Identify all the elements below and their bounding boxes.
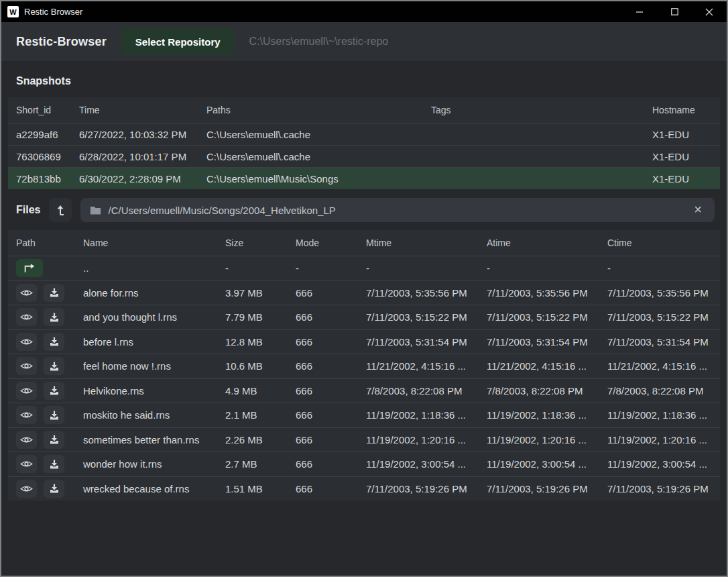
preview-file-button[interactable] [16, 455, 37, 473]
file-mode: 666 [296, 458, 366, 470]
eye-icon [20, 337, 33, 347]
snapshot-paths: C:\Users\emuell\.cache [206, 151, 431, 162]
file-atime: - [487, 262, 607, 274]
file-atime: 7/11/2003, 5:15:22 PM [487, 311, 607, 323]
file-row: sometimes better than.rns2.26 MB66611/19… [8, 427, 720, 452]
row-actions [16, 455, 83, 473]
up-level-icon [23, 263, 36, 273]
preview-file-button[interactable] [16, 406, 37, 424]
file-row: alone for.rns3.97 MB6667/11/2003, 5:35:5… [8, 280, 720, 305]
snapshots-table-header: Short_idTimePathsTagsHostname [8, 97, 720, 123]
parent-dir-row: ..----- [8, 256, 720, 280]
column-header-mode: Mode [296, 238, 366, 248]
preview-file-button[interactable] [16, 284, 37, 302]
file-name: feel home now !.rns [83, 360, 225, 372]
snapshot-paths: C:\Users\emuell\.cache [206, 129, 431, 140]
snapshot-time: 6/30/2022, 2:28:09 PM [79, 173, 206, 185]
restore-file-button[interactable] [44, 431, 64, 449]
file-mode: 666 [296, 385, 366, 397]
file-atime: 11/19/2002, 3:00:54 ... [487, 458, 607, 470]
wails-app-icon: W [7, 6, 19, 17]
file-ctime: - [607, 262, 720, 274]
file-size: 3.97 MB [225, 287, 296, 299]
select-repository-button[interactable]: Select Repository [121, 28, 235, 55]
file-mtime: 11/19/2002, 1:18:36 ... [366, 409, 487, 421]
download-icon [49, 361, 60, 372]
files-table: PathNameSizeModeMtimeAtimeCtime ..-----a… [8, 230, 720, 501]
minimize-button[interactable] [622, 1, 657, 22]
file-mtime: 7/11/2003, 5:19:26 PM [366, 483, 487, 494]
close-button[interactable] [692, 1, 727, 22]
snapshot-row[interactable]: 72b813bb6/30/2022, 2:28:09 PMC:\Users\em… [8, 167, 720, 189]
snapshots-heading: Snapshots [1, 61, 727, 97]
download-icon [49, 483, 60, 494]
preview-file-button[interactable] [16, 382, 37, 400]
file-ctime: 7/11/2003, 5:31:54 PM [607, 336, 720, 348]
file-size: 2.7 MB [225, 458, 296, 470]
eye-icon [20, 288, 33, 298]
file-mtime: 7/11/2003, 5:35:56 PM [366, 287, 487, 299]
preview-file-button[interactable] [16, 480, 37, 498]
file-size: 12.8 MB [225, 336, 296, 348]
file-name: moskito he said.rns [83, 409, 225, 421]
row-actions [16, 382, 83, 400]
file-row: feel home now !.rns10.6 MB66611/21/2002,… [8, 354, 720, 378]
restore-file-button[interactable] [44, 480, 64, 498]
file-mtime: 7/11/2003, 5:31:54 PM [366, 336, 487, 348]
file-name: alone for.rns [83, 287, 225, 299]
file-row: wrecked because of.rns1.51 MB6667/11/200… [8, 476, 720, 501]
breadcrumb-close-button[interactable]: ✕ [691, 203, 705, 217]
folder-icon [90, 205, 101, 215]
window-title: Restic Browser [24, 7, 82, 17]
file-atime: 7/11/2003, 5:35:56 PM [487, 287, 607, 299]
restore-file-button[interactable] [44, 406, 64, 424]
snapshot-short-id: 72b813bb [16, 173, 79, 185]
breadcrumb-path: /C/Users/emuell/Music/Songs/2004_Helveti… [108, 205, 684, 216]
download-icon [49, 410, 60, 421]
files-table-body: ..-----alone for.rns3.97 MB6667/11/2003,… [8, 256, 720, 501]
file-mode: 666 [296, 483, 366, 494]
file-atime: 7/11/2003, 5:31:54 PM [487, 336, 607, 348]
row-actions [16, 406, 83, 424]
eye-icon [20, 435, 33, 445]
file-mtime: 11/19/2002, 1:20:16 ... [366, 434, 487, 445]
download-icon [49, 385, 60, 396]
restore-file-button[interactable] [44, 382, 64, 400]
snapshot-hostname: X1-EDU [652, 129, 720, 140]
preview-file-button[interactable] [16, 308, 37, 326]
column-header-paths: Paths [206, 105, 431, 115]
restore-file-button[interactable] [44, 308, 64, 326]
snapshot-row[interactable]: 763068696/28/2022, 10:01:17 PMC:\Users\e… [8, 145, 720, 167]
column-header-time: Time [79, 105, 206, 115]
snapshot-row[interactable]: a2299af66/27/2022, 10:03:32 PMC:\Users\e… [8, 123, 720, 145]
file-atime: 11/19/2002, 1:20:16 ... [487, 434, 607, 445]
app-header: Restic-Browser Select Repository C:\User… [1, 22, 727, 61]
files-heading: Files [16, 204, 40, 216]
restore-file-button[interactable] [44, 357, 64, 375]
eye-icon [20, 410, 33, 420]
row-actions [16, 259, 83, 277]
close-icon [705, 8, 713, 16]
restore-file-button[interactable] [44, 333, 64, 351]
repository-path: C:\Users\emuell\~\restic-repo [249, 36, 389, 48]
column-header-size: Size [225, 238, 296, 248]
file-atime: 7/8/2003, 8:22:08 PM [487, 385, 607, 397]
file-ctime: 7/8/2003, 8:22:08 PM [607, 385, 720, 397]
preview-file-button[interactable] [16, 357, 37, 375]
preview-file-button[interactable] [16, 333, 37, 351]
download-icon [49, 287, 60, 298]
file-row: and you thought l.rns7.79 MB6667/11/2003… [8, 305, 720, 329]
file-name: wonder how it.rns [83, 458, 225, 470]
restore-file-button[interactable] [44, 455, 64, 473]
open-parent-dir-button[interactable] [16, 259, 43, 277]
preview-file-button[interactable] [16, 431, 37, 449]
go-up-button[interactable] [49, 198, 72, 222]
restore-file-button[interactable] [44, 284, 64, 302]
app-title: Restic-Browser [16, 35, 107, 49]
maximize-button[interactable] [657, 1, 692, 22]
file-ctime: 11/19/2002, 3:00:54 ... [607, 458, 720, 470]
file-ctime: 7/11/2003, 5:19:26 PM [607, 483, 720, 494]
file-atime: 11/21/2002, 4:15:16 ... [487, 360, 607, 372]
file-mode: 666 [296, 434, 366, 445]
file-mode: 666 [296, 287, 366, 299]
